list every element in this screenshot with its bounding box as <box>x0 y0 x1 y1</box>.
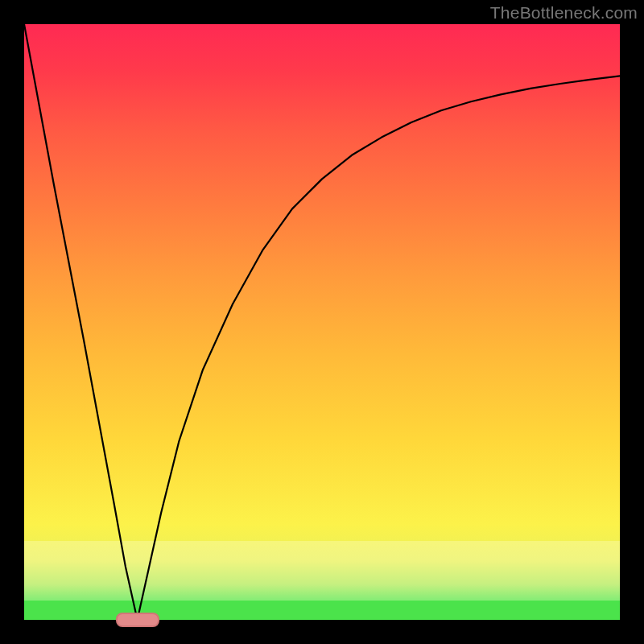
chart-curve <box>24 24 620 620</box>
chart-plot-area <box>24 24 620 620</box>
watermark-text: TheBottleneck.com <box>490 3 638 23</box>
highlight-band <box>24 541 620 601</box>
chart-frame: TheBottleneck.com <box>0 0 644 644</box>
optimal-marker <box>116 613 159 627</box>
curve-path <box>24 24 620 620</box>
